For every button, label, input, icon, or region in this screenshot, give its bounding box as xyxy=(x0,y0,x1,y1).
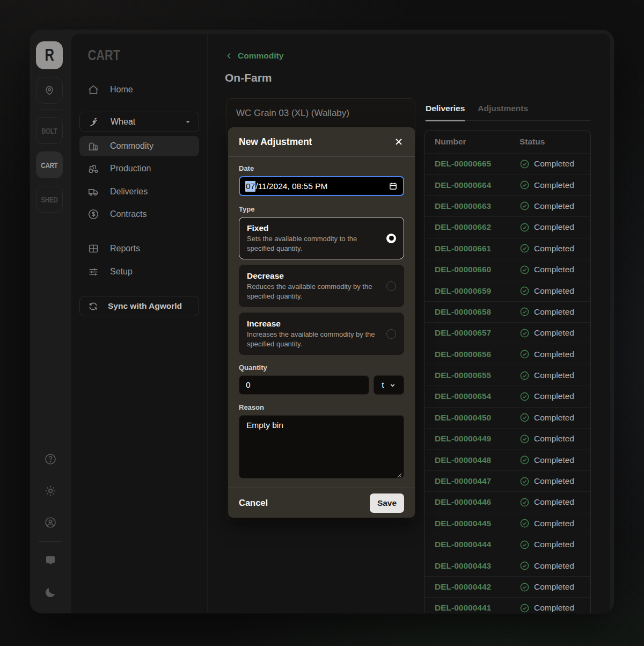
status-badge: Completed xyxy=(519,265,574,275)
table-row[interactable]: DEL-00000656 Completed xyxy=(425,344,590,365)
tab-adjustments[interactable]: Adjustments xyxy=(478,104,528,120)
table-row[interactable]: DEL-00000450 Completed xyxy=(425,407,590,428)
sidebar-item-home[interactable]: Home xyxy=(79,79,199,100)
close-icon[interactable] xyxy=(393,136,404,147)
sidebar-item-production[interactable]: Production xyxy=(79,158,199,179)
table-row[interactable]: DEL-00000447 Completed xyxy=(425,470,590,491)
check-circle-icon xyxy=(519,222,530,233)
app-cart-button[interactable]: CART xyxy=(36,151,63,178)
quantity-input[interactable] xyxy=(239,375,369,395)
unit-select[interactable]: t xyxy=(374,375,404,395)
status-badge: Completed xyxy=(519,455,574,465)
table-row[interactable]: DEL-00000441 Completed xyxy=(425,597,590,613)
check-circle-icon xyxy=(519,201,530,211)
app-shed-button[interactable]: SHED xyxy=(36,186,63,213)
type-option-fixed[interactable]: Fixed Sets the available commodity to th… xyxy=(239,217,404,259)
delivery-number-link[interactable]: DEL-00000659 xyxy=(425,286,519,296)
table-row[interactable]: DEL-00000444 Completed xyxy=(425,534,590,555)
settings-gear-icon[interactable] xyxy=(44,484,57,497)
delivery-number-link[interactable]: DEL-00000656 xyxy=(425,350,519,359)
type-option-decrease[interactable]: Decrease Reduces the available commodity… xyxy=(239,265,404,307)
type-option-increase[interactable]: Increase Increases the available commodi… xyxy=(239,313,404,355)
option-description: Reduces the available commodity by the s… xyxy=(247,282,381,301)
status-label: Completed xyxy=(534,561,574,571)
app-bolt-button[interactable]: BOLT xyxy=(36,117,63,144)
radio-selected-icon[interactable] xyxy=(386,234,396,243)
delivery-number-link[interactable]: DEL-00000663 xyxy=(425,201,519,211)
delivery-number-link[interactable]: DEL-00000441 xyxy=(425,603,519,613)
status-badge: Completed xyxy=(519,518,574,528)
table-row[interactable]: DEL-00000654 Completed xyxy=(425,386,590,407)
sidebar-item-deliveries[interactable]: Deliveries xyxy=(79,182,199,202)
save-button[interactable]: Save xyxy=(370,493,404,513)
resize-handle-icon[interactable] xyxy=(396,470,402,476)
crop-selector-label: Wheat xyxy=(111,117,135,127)
reason-textarea[interactable]: Empty bin xyxy=(239,415,404,478)
table-row[interactable]: DEL-00000445 Completed xyxy=(425,513,590,534)
sidebar-item-reports[interactable]: Reports xyxy=(79,238,199,259)
account-icon[interactable] xyxy=(44,516,57,529)
table-row[interactable]: DEL-00000663 Completed xyxy=(425,195,590,216)
table-row[interactable]: DEL-00000446 Completed xyxy=(425,491,590,512)
delivery-number-link[interactable]: DEL-00000660 xyxy=(425,265,519,274)
delivery-number-link[interactable]: DEL-00000664 xyxy=(425,180,519,190)
calendar-icon[interactable] xyxy=(389,182,398,191)
delivery-number-link[interactable]: DEL-00000447 xyxy=(425,476,519,486)
table-row[interactable]: DEL-00000659 Completed xyxy=(425,280,590,301)
table-row[interactable]: DEL-00000658 Completed xyxy=(425,301,590,322)
delivery-number-link[interactable]: DEL-00000448 xyxy=(425,455,519,465)
radio-unselected-icon[interactable] xyxy=(386,329,396,339)
help-icon[interactable] xyxy=(44,453,57,466)
delivery-number-link[interactable]: DEL-00000444 xyxy=(425,540,519,549)
breadcrumb[interactable]: Commodity xyxy=(225,51,283,61)
table-row[interactable]: DEL-00000449 Completed xyxy=(425,428,590,449)
radio-unselected-icon[interactable] xyxy=(386,281,396,291)
table-row[interactable]: DEL-00000448 Completed xyxy=(425,449,590,470)
delivery-number-link[interactable]: DEL-00000661 xyxy=(425,244,519,253)
new-adjustment-modal: New Adjustment Date 07/11/2024, 08:55 PM… xyxy=(228,127,415,518)
delivery-number-link[interactable]: DEL-00000450 xyxy=(425,413,519,423)
delivery-number-link[interactable]: DEL-00000443 xyxy=(425,561,519,571)
check-circle-icon xyxy=(519,476,530,487)
sidebar-item-label: Reports xyxy=(110,244,140,253)
quantity-label: Quantity xyxy=(239,364,404,372)
delivery-number-link[interactable]: DEL-00000446 xyxy=(425,497,519,507)
reason-label: Reason xyxy=(239,403,404,411)
table-header-row: Number Status xyxy=(425,130,590,153)
chat-icon[interactable] xyxy=(44,554,57,567)
reason-value: Empty bin xyxy=(246,420,283,430)
table-row[interactable]: DEL-00000665 Completed xyxy=(425,153,590,174)
app-logo[interactable]: R xyxy=(36,41,63,69)
date-input[interactable]: 07/11/2024, 08:55 PM xyxy=(239,176,404,196)
delivery-number-link[interactable]: DEL-00000445 xyxy=(425,519,519,528)
table-row[interactable]: DEL-00000660 Completed xyxy=(425,259,590,280)
sync-agworld-button[interactable]: Sync with Agworld xyxy=(79,296,199,316)
sidebar-item-commodity[interactable]: Commodity xyxy=(79,136,199,156)
tab-deliveries[interactable]: Deliveries xyxy=(426,104,465,121)
status-badge: Completed xyxy=(519,222,574,233)
dark-mode-moon-icon[interactable] xyxy=(44,586,57,599)
table-row[interactable]: DEL-00000655 Completed xyxy=(425,365,590,386)
sidebar-item-setup[interactable]: Setup xyxy=(79,262,199,282)
table-row[interactable]: DEL-00000661 Completed xyxy=(425,238,590,259)
delivery-number-link[interactable]: DEL-00000654 xyxy=(425,391,519,401)
status-badge: Completed xyxy=(519,497,574,507)
delivery-number-link[interactable]: DEL-00000442 xyxy=(425,582,519,592)
location-button[interactable] xyxy=(36,77,63,104)
table-row[interactable]: DEL-00000442 Completed xyxy=(425,576,590,597)
delivery-number-link[interactable]: DEL-00000449 xyxy=(425,434,519,444)
table-row[interactable]: DEL-00000657 Completed xyxy=(425,322,590,343)
column-header-number: Number xyxy=(425,137,519,147)
delivery-number-link[interactable]: DEL-00000655 xyxy=(425,371,519,380)
delivery-number-link[interactable]: DEL-00000665 xyxy=(425,159,519,169)
crop-selector[interactable]: Wheat xyxy=(79,112,199,132)
option-title: Increase xyxy=(247,319,381,329)
table-row[interactable]: DEL-00000662 Completed xyxy=(425,216,590,237)
delivery-number-link[interactable]: DEL-00000662 xyxy=(425,222,519,232)
delivery-number-link[interactable]: DEL-00000658 xyxy=(425,307,519,317)
sidebar-item-contracts[interactable]: Contracts xyxy=(79,204,199,224)
cancel-button[interactable]: Cancel xyxy=(239,498,268,508)
delivery-number-link[interactable]: DEL-00000657 xyxy=(425,328,519,338)
table-row[interactable]: DEL-00000664 Completed xyxy=(425,174,590,195)
table-row[interactable]: DEL-00000443 Completed xyxy=(425,555,590,576)
